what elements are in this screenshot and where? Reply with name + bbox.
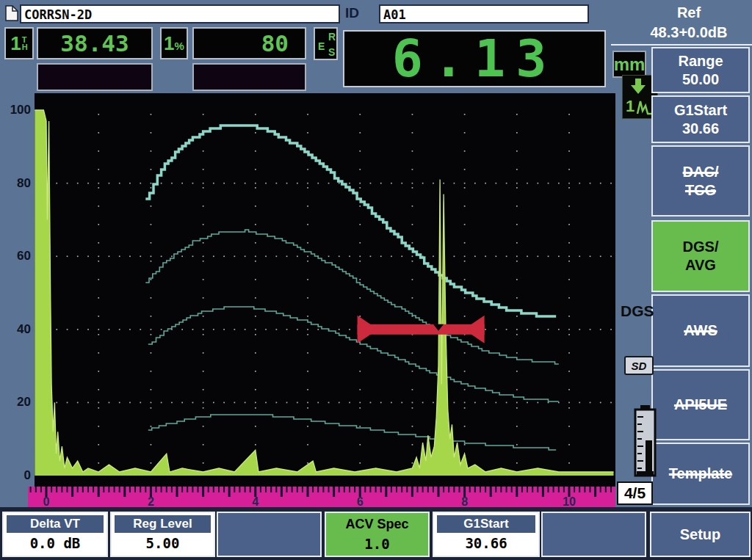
softkey-page-indicator: 4/5: [617, 481, 653, 505]
ers-icon: E R S: [314, 27, 338, 60]
param-setup[interactable]: Setup: [650, 512, 751, 557]
svg-text:10: 10: [563, 495, 576, 507]
param-delta-vt[interactable]: Delta VT 0.0 dB: [2, 512, 108, 557]
softkey-template[interactable]: Template: [651, 443, 750, 505]
thickness-readout: 38.43: [37, 27, 153, 59]
reference-gain: Ref 48.3+0.0dB: [628, 3, 750, 43]
main-reading: 6.13: [392, 29, 557, 89]
y-axis-label-40: 40: [1, 322, 31, 337]
id-label: ID: [345, 5, 359, 21]
measurement3-empty-box: [37, 63, 153, 91]
gate-number: 1: [10, 32, 21, 55]
main-reading-box: 6.13: [343, 30, 606, 87]
softkey-api5ue[interactable]: API5UE: [651, 369, 750, 440]
ascan-plot: [35, 93, 615, 487]
file-icon: [5, 5, 18, 21]
svg-text:2: 2: [148, 495, 154, 507]
dgs-main-curve: [145, 126, 556, 316]
svg-text:6: 6: [357, 495, 364, 507]
y-axis-label-0: 0: [1, 468, 31, 483]
sd-card-icon: SD: [624, 356, 654, 375]
param-empty-1: [217, 512, 322, 557]
dgs-mode-label: DGS: [621, 302, 654, 320]
y-axis-label-100: 100: [1, 103, 31, 117]
ref-label: Ref: [628, 3, 750, 23]
sidebar-divider: [611, 44, 752, 46]
measurement2-label: 1 %: [160, 27, 188, 59]
softkey-range[interactable]: Range 50.00: [651, 47, 750, 93]
softkey-g1start[interactable]: G1Start 30.66: [651, 95, 750, 143]
svg-text:4: 4: [252, 495, 258, 507]
dgs-curve-2: [145, 230, 559, 364]
param-reg-level[interactable]: Reg Level 5.00: [110, 512, 215, 557]
svg-text:8: 8: [461, 495, 468, 507]
softkey-aws[interactable]: AWS: [651, 294, 750, 367]
filename-input[interactable]: CORRSN-2D: [20, 4, 340, 23]
y-axis-label-80: 80: [1, 176, 31, 191]
range-ruler: 0246810: [28, 487, 615, 507]
measurement4-empty-box: [192, 63, 306, 91]
param-empty-2: [541, 512, 646, 557]
measurement1-label: 1 T H: [4, 27, 34, 59]
dgs-curve-4: [148, 415, 556, 450]
grid-dots: [46, 114, 612, 464]
param-g1start[interactable]: G1Start 30.66: [433, 512, 540, 557]
svg-text:1: 1: [626, 97, 634, 115]
softkey-dgs-avg[interactable]: DGS/ AVG: [651, 220, 750, 292]
y-axis-label-20: 20: [1, 395, 31, 410]
y-axis-label-60: 60: [1, 249, 31, 263]
dgs-curve-3: [148, 307, 559, 401]
ref-value: 48.3+0.0dB: [628, 23, 750, 43]
svg-text:0: 0: [43, 495, 50, 507]
device-screen: CORRSN-2D ID A01 1 T H 38.43 1 % 80 E R …: [0, 0, 752, 560]
id-input[interactable]: A01: [379, 4, 589, 23]
battery-icon: [634, 405, 657, 477]
units-badge: mm: [612, 51, 646, 78]
amplitude-readout: 80: [192, 27, 306, 59]
param-acv-spec[interactable]: ACV Spec 1.0: [325, 512, 430, 557]
softkey-dac-tcg[interactable]: DAC/ TCG: [651, 145, 750, 217]
